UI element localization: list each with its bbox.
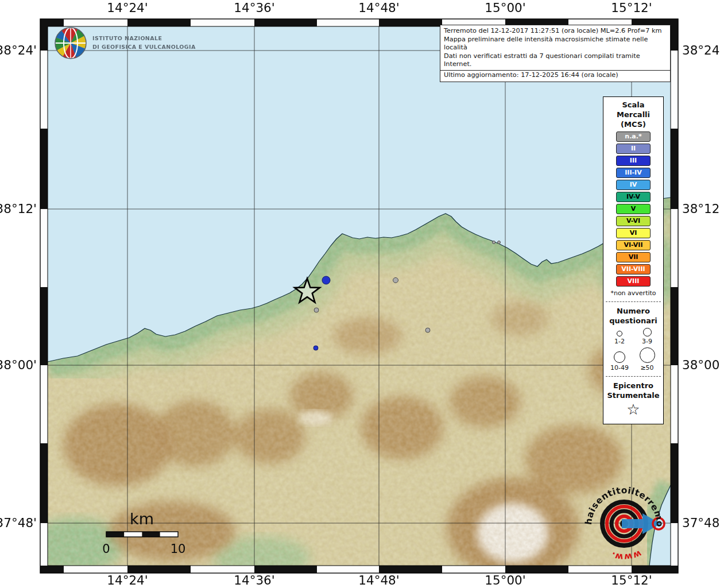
mcs-swatch-vii: VII [616,252,651,262]
lon-label-top: 14°36' [234,1,274,15]
legend-panel: Scala Mercalli (MCS) n.a.* II III III-IV… [603,96,664,424]
data-disclaimer: Dati non verificati estratti da 7 questi… [444,52,667,69]
epicenter-title: Epicentro Strumentale [603,381,663,401]
lat-label-right: 37°48' [682,516,720,530]
legend-title: Scala Mercalli (MCS) [603,97,663,130]
legend-footnote: *non avvertito [603,289,663,297]
mcs-swatch-v: V [616,204,651,214]
size-key-1-2: 1-2 [614,331,625,345]
lat-label-left: 38°24' [0,43,37,57]
lon-label-bottom: 15°00' [485,573,525,587]
earthquake-intensity-map-page: km 0 10 haisentitoilterremoto.it [0,0,720,588]
lon-label-top: 15°12' [611,1,652,15]
ingv-name-line1: ISTITUTO NAZIONALE [92,34,196,43]
size-key-50plus: ≥50 [640,347,655,372]
lat-label-left: 37°48' [0,516,37,530]
mcs-swatch-na: n.a.* [616,131,651,142]
lat-label-right: 38°00' [682,358,720,372]
lon-label-bottom: 14°36' [234,573,274,587]
ingv-logo: ISTITUTO NAZIONALE DI GEOFISICA E VULCAN… [54,26,196,60]
lat-label-left: 38°00' [0,358,37,372]
legend-divider [606,376,661,377]
event-info-box: Terremoto del 12-12-2017 11:27:51 (ora l… [440,25,671,82]
size-circle-icon [640,347,655,363]
ingv-name-line2: DI GEOFISICA E VULCANOLOGIA [92,43,196,52]
ingv-globe-icon [54,26,87,60]
lon-label-top: 14°48' [358,1,399,15]
questionnaires-title: Numero questionari [603,307,663,326]
event-title: Terremoto del 12-12-2017 11:27:51 (ora l… [444,27,667,36]
lat-label-right: 38°12' [682,202,720,216]
mcs-swatch-iii-iv: III-IV [616,168,651,178]
lat-label-right: 38°24' [682,43,720,57]
size-key-3-9: 3-9 [642,328,652,345]
questionnaire-size-key: 1-2 3-9 10-49 ≥50 [603,326,663,372]
epicenter-star-icon: ☆ [603,402,663,417]
size-circle-icon [643,328,652,336]
mcs-swatch-iv-v: IV-V [616,192,651,202]
lon-label-bottom: 14°24' [107,573,148,587]
lon-label-bottom: 15°12' [611,573,652,587]
last-update: Ultimo aggiornamento: 17-12-2025 16:44 (… [440,70,670,80]
scale-bar-tick-10: 10 [171,542,186,556]
mcs-swatch-vi: VI [616,228,651,238]
legend-divider [606,301,661,302]
lon-label-bottom: 14°48' [358,573,399,587]
size-key-10-49: 10-49 [610,351,629,372]
watermark-brand-tld: .it [0,0,2,2]
map-description: Mappa preliminare delle intensità macros… [444,36,667,52]
mcs-swatch-vii-viii: VII-VIII [616,264,651,274]
mcs-swatch-iv: IV [616,180,651,190]
lat-label-left: 38°12' [0,202,37,216]
mcs-swatch-vi-vii: VI-VII [616,240,651,250]
size-circle-icon [617,331,622,336]
scale-bar-tick-0: 0 [102,542,110,556]
lon-label-top: 15°00' [485,1,525,15]
size-circle-icon [614,351,625,363]
mcs-swatch-ii: II [616,144,651,154]
mcs-swatch-viii: VIII [616,276,651,287]
lon-label-top: 14°24' [107,1,148,15]
scale-bar-unit: km [130,510,154,528]
mcs-swatch-v-vi: V-VI [616,216,651,226]
mcs-swatch-iii: III [616,156,651,166]
